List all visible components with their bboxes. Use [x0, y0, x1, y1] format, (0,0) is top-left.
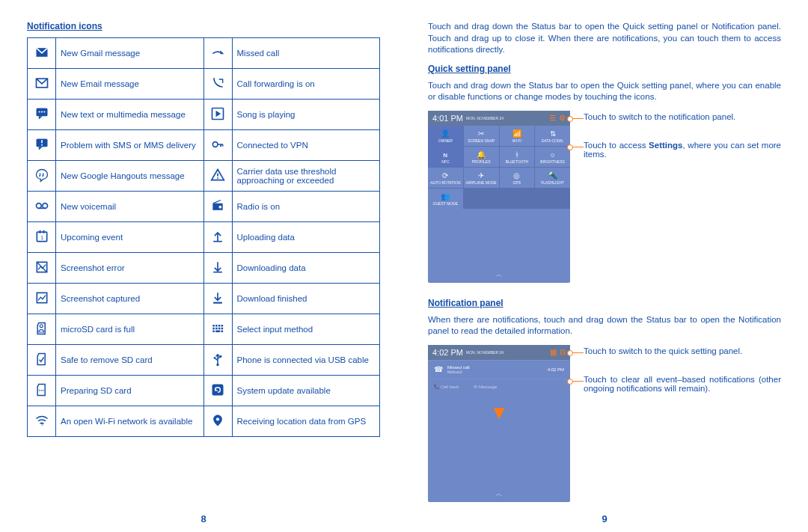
clear-all-icon[interactable]: ⊟ — [560, 348, 566, 356]
label-shot-ok: Screenshot captured — [56, 284, 204, 314]
svg-point-43 — [216, 418, 219, 421]
quick-time: 4:01 PM — [432, 114, 463, 123]
tile-airplane[interactable]: ✈AIRPLANE MODE — [464, 168, 499, 188]
svg-point-16 — [219, 206, 222, 209]
label-gps: Receiving location data from GPS — [232, 406, 380, 437]
quick-desc: Touch and drag down the Status bar to op… — [428, 80, 781, 103]
svg-point-10 — [212, 141, 218, 147]
svg-rect-32 — [212, 330, 215, 332]
usb-icon — [203, 345, 232, 376]
svg-rect-34 — [221, 330, 224, 332]
screenshot-err-icon — [28, 253, 56, 284]
voicemail-icon — [28, 192, 56, 222]
tile-flashlight[interactable]: 🔦FLASHLIGHT — [535, 168, 570, 188]
svg-text:1: 1 — [40, 235, 43, 240]
notif-row-time: 4:02 PM — [548, 367, 564, 372]
missed-call-icon — [203, 38, 232, 69]
page-left: Notification icons New Gmail message Mis… — [27, 21, 380, 525]
label-vpn: Connected to VPN — [232, 130, 380, 161]
sms-icon — [28, 100, 56, 130]
tile-rotation[interactable]: ⟳AUTO ROTATION — [428, 168, 463, 188]
label-input: Select input method — [232, 314, 380, 345]
action-call-back[interactable]: 📞 Call back — [434, 384, 459, 389]
heading-notification-icons: Notification icons — [27, 21, 380, 31]
action-message[interactable]: ✉ Message — [474, 384, 497, 389]
notification-toggle-icon[interactable]: ☰ — [549, 114, 556, 122]
notif-desc: When there are notifications, touch and … — [428, 314, 781, 337]
svg-point-14 — [42, 203, 47, 208]
svg-rect-33 — [215, 330, 220, 332]
chevron-up-icon[interactable]: ︿ — [428, 484, 570, 502]
svg-point-4 — [40, 111, 42, 112]
quick-panel-toggle-icon[interactable]: ▦ — [550, 348, 557, 356]
label-dl-done: Download finished — [232, 284, 380, 314]
callout-notif-2: Touch to clear all event–based notificat… — [584, 375, 781, 393]
quick-tiles: 👤OWNER ✂SCREEN SNAP 📶WI-FI ⇅DATA CONN. ɴ… — [428, 126, 570, 209]
gmail-icon — [28, 38, 56, 69]
svg-rect-18 — [39, 230, 40, 233]
svg-point-13 — [36, 203, 41, 208]
chevron-up-icon[interactable]: ︿ — [428, 265, 570, 283]
svg-rect-12 — [217, 177, 218, 179]
svg-rect-27 — [221, 325, 224, 327]
svg-rect-28 — [212, 328, 215, 330]
svg-rect-29 — [215, 328, 218, 330]
tile-gps[interactable]: ◎GPS — [500, 168, 535, 188]
label-song: Song is playing — [232, 100, 380, 130]
label-gmail: New Gmail message — [56, 38, 204, 69]
notification-item[interactable]: ☎ Missed call Melissa2 4:02 PM — [428, 360, 570, 379]
gps-icon — [203, 406, 232, 437]
tile-profiles[interactable]: 🔔PROFILES — [464, 147, 499, 167]
radio-icon — [203, 192, 232, 222]
label-radio: Radio is on — [232, 192, 380, 222]
label-wifi-open: An open Wi-Fi network is available — [56, 406, 204, 437]
label-missed: Missed call — [232, 38, 380, 69]
svg-rect-19 — [43, 230, 44, 233]
sd-prep-icon — [28, 376, 56, 406]
notif-time: 4:02 PM — [432, 348, 463, 357]
label-fwd: Call forwarding is on — [232, 69, 380, 100]
call-fwd-icon — [203, 69, 232, 100]
page-number-left: 8 — [27, 506, 380, 525]
svg-point-35 — [214, 357, 216, 359]
page-number-right: 9 — [428, 506, 781, 525]
tile-data[interactable]: ⇅DATA CONN. — [535, 126, 570, 146]
svg-rect-9 — [41, 144, 43, 146]
tile-screen-snap[interactable]: ✂SCREEN SNAP — [464, 126, 499, 146]
tile-owner[interactable]: 👤OWNER — [428, 126, 463, 146]
download-done-icon — [203, 284, 232, 314]
label-usb: Phone is connected via USB cable — [232, 345, 380, 376]
wifi-open-icon: ? — [28, 406, 56, 437]
svg-point-5 — [43, 111, 45, 112]
hangouts-icon — [28, 161, 56, 192]
tile-bluetooth[interactable]: ᚼBLUETOOTH — [500, 147, 535, 167]
label-upload: Uploading data — [232, 222, 380, 253]
svg-rect-24 — [212, 325, 215, 327]
sd-full-icon — [28, 314, 56, 345]
intro-text: Touch and drag down the Status bar to op… — [428, 21, 781, 56]
tile-nfc[interactable]: ɴNFC — [428, 147, 463, 167]
label-voicemail: New voicemail — [56, 192, 204, 222]
tile-wifi[interactable]: 📶WI-FI — [500, 126, 535, 146]
svg-rect-26 — [218, 325, 221, 327]
update-icon — [203, 376, 232, 406]
svg-point-40 — [42, 390, 43, 391]
arrow-down-icon: ▼ — [428, 394, 570, 484]
label-sms-err: Problem with SMS or MMS delivery — [56, 130, 204, 161]
tile-brightness[interactable]: ☼BRIGHTNESS — [535, 147, 570, 167]
callout-quick-2: Touch to access Settings, where you can … — [584, 141, 781, 159]
screenshot-notification-panel: 4:02 PM MON, NOVEMBER 24 ▦ ⊟ ☎ Missed ca… — [428, 345, 570, 502]
label-shot-err: Screenshot error — [56, 253, 204, 284]
upload-icon — [203, 222, 232, 253]
callout-notif-1: Touch to switch to the quick setting pan… — [584, 346, 742, 355]
settings-gear-icon[interactable]: ⚙ — [559, 114, 566, 122]
page-right: Touch and drag down the Status bar to op… — [428, 21, 781, 525]
tile-guest[interactable]: 👥GUEST MODE — [428, 189, 463, 209]
sd-safe-icon — [28, 345, 56, 376]
svg-rect-25 — [215, 325, 218, 327]
svg-rect-11 — [217, 173, 218, 176]
vpn-icon — [203, 130, 232, 161]
label-event: Upcoming event — [56, 222, 204, 253]
keyboard-icon — [203, 314, 232, 345]
callout-quick-1: Touch to switch to the notification pane… — [584, 112, 735, 121]
